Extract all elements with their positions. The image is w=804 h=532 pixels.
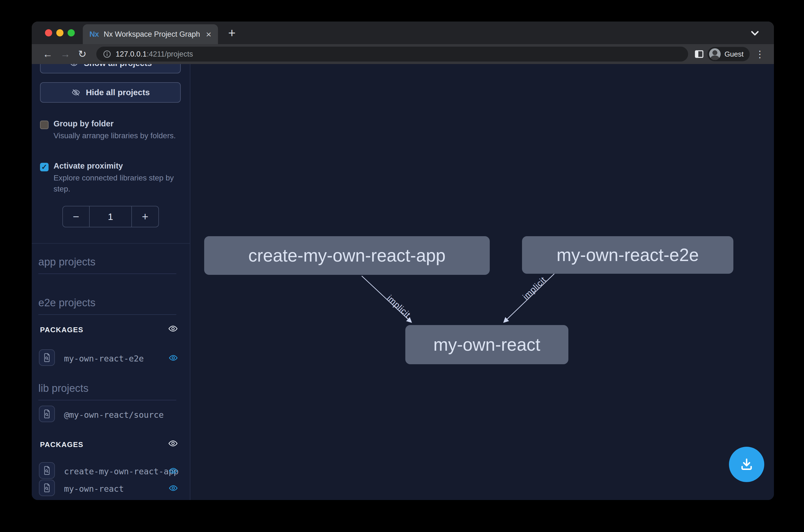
proximity-depth-value[interactable]: 1 [89,206,132,227]
focus-project-button[interactable] [39,349,55,366]
project-row-my-own-react-source: @my-own-react/source [32,406,190,424]
browser-window: Nx Nx Workspace Project Graph × + ← → ↻ … [32,21,774,500]
increment-button[interactable]: + [132,206,158,227]
decrement-button[interactable]: − [63,206,89,227]
focus-project-button[interactable] [39,479,55,496]
side-panel-icon[interactable] [694,49,704,59]
activate-proximity-description: Explore connected libraries step by step… [54,172,181,194]
info-icon[interactable] [103,50,111,58]
active-tab[interactable]: Nx Nx Workspace Project Graph × [83,24,218,44]
eye-icon [69,64,79,67]
group-by-folder-checkbox[interactable] [40,120,49,129]
tab-search-chevron-icon[interactable] [750,30,760,38]
nx-favicon-icon: Nx [90,30,99,39]
page-content: Show all projects Hide all projects Grou… [32,64,774,500]
group-by-folder-label: Group by folder [54,119,114,128]
show-all-projects-label: Show all projects [84,64,152,68]
lib-projects-heading: lib projects [38,382,176,400]
proximity-depth-stepper: − 1 + [62,206,159,227]
graph-edges: implicit implicit [190,64,774,500]
profile-name: Guest [725,50,744,58]
packages-heading-lib: PACKAGES [40,440,83,449]
toggle-visibility-eye-icon[interactable] [167,466,179,476]
show-all-projects-button[interactable]: Show all projects [40,64,181,73]
e2e-projects-heading: e2e projects [38,297,176,315]
graph-node-my-own-react-e2e[interactable]: my-own-react-e2e [522,236,733,274]
package-name[interactable]: my-own-react [64,484,124,494]
package-row-my-own-react: my-own-react [32,479,190,498]
browser-menu-icon[interactable]: ⋮ [755,49,765,60]
forward-icon[interactable]: → [60,49,70,59]
edge-label: implicit [521,275,548,302]
minimize-window-button[interactable] [56,29,63,36]
new-tab-button[interactable]: + [228,25,236,40]
package-row-my-own-react-e2e: my-own-react-e2e [32,349,190,367]
app-projects-heading: app projects [38,256,176,274]
check-icon: ✓ [41,163,47,171]
address-bar[interactable]: 127.0.0.1:4211/projects [96,46,688,61]
sidebar: Show all projects Hide all projects Grou… [32,64,190,500]
tab-title: Nx Workspace Project Graph [104,30,200,39]
sidebar-divider [32,243,190,244]
activate-proximity-checkbox[interactable]: ✓ [40,163,49,171]
close-window-button[interactable] [45,29,52,36]
eye-off-icon [71,88,81,97]
file-search-icon [42,409,51,419]
package-row-create-my-own-react-app: create-my-own-react-app [32,462,190,480]
reload-icon[interactable]: ↻ [78,49,87,59]
back-icon[interactable]: ← [43,49,53,59]
toggle-all-e2e-packages-eye-icon[interactable] [167,324,179,335]
url-text: 127.0.0.1:4211/projects [116,50,193,58]
download-icon [739,457,754,472]
file-search-icon [42,483,51,493]
project-name[interactable]: @my-own-react/source [64,410,164,420]
package-name[interactable]: create-my-own-react-app [64,467,178,476]
close-tab-icon[interactable]: × [206,30,211,39]
avatar-icon [709,48,721,60]
edge-label: implicit [385,293,413,320]
file-search-icon [42,353,51,363]
activate-proximity-label: Activate proximity [54,162,123,171]
focus-project-button[interactable] [39,462,55,479]
profile-button[interactable]: Guest [707,47,750,61]
graph-node-create-my-own-react-app[interactable]: create-my-own-react-app [204,236,490,275]
toggle-visibility-eye-icon[interactable] [167,484,179,494]
tab-strip: Nx Nx Workspace Project Graph × + [32,21,774,44]
group-by-folder-description: Visually arrange libraries by folders. [54,130,181,141]
download-graph-button[interactable] [729,447,764,482]
packages-heading-e2e: PACKAGES [40,326,83,334]
file-search-icon [42,466,51,475]
toggle-all-lib-packages-eye-icon[interactable] [167,439,179,449]
project-graph-canvas[interactable]: implicit implicit create-my-own-react-ap… [190,64,774,500]
graph-node-my-own-react[interactable]: my-own-react [405,325,568,364]
focus-project-button[interactable] [39,406,55,422]
browser-toolbar: ← → ↻ 127.0.0.1:4211/projects Guest ⋮ [32,44,774,64]
toggle-visibility-eye-icon[interactable] [167,354,179,363]
traffic-lights [45,29,75,36]
package-name[interactable]: my-own-react-e2e [64,354,144,363]
hide-all-projects-label: Hide all projects [86,88,150,97]
hide-all-projects-button[interactable]: Hide all projects [40,82,181,103]
zoom-window-button[interactable] [68,29,75,36]
